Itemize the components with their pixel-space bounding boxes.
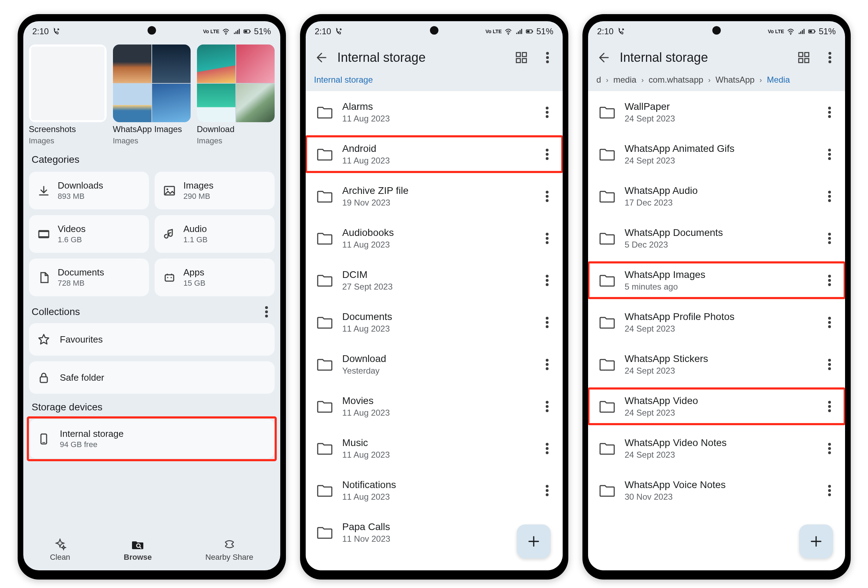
folder-row[interactable]: WhatsApp Voice Notes 30 Nov 2023: [588, 469, 845, 511]
folder-row[interactable]: WhatsApp Video Notes 24 Sept 2023: [588, 427, 845, 469]
folder-row[interactable]: WhatsApp Video 24 Sept 2023: [588, 385, 845, 427]
folder-date: 24 Sept 2023: [625, 324, 813, 334]
category-audio[interactable]: Audio1.1 GB: [155, 215, 275, 253]
folder-more-button[interactable]: [822, 231, 837, 245]
folder-row[interactable]: Notifications 11 Aug 2023: [306, 469, 562, 511]
folder-more-button[interactable]: [540, 105, 554, 120]
more-icon: [546, 489, 549, 492]
folder-row[interactable]: Music 11 Aug 2023: [306, 427, 562, 469]
recent-folder-whatsapp-images[interactable]: WhatsApp Images Images: [113, 44, 190, 145]
breadcrumb-item[interactable]: Internal storage: [314, 75, 373, 85]
category-size: 15 GB: [183, 279, 205, 288]
folder-list[interactable]: WallPaper 24 Sept 2023 WhatsApp Animated…: [588, 91, 845, 570]
collections-more-icon[interactable]: [261, 307, 272, 317]
category-images[interactable]: Images290 MB: [155, 171, 275, 210]
folder-row[interactable]: WhatsApp Documents 5 Dec 2023: [588, 217, 845, 259]
folder-more-button[interactable]: [822, 273, 837, 288]
nav-nearby-share[interactable]: Nearby Share: [205, 538, 254, 562]
breadcrumb[interactable]: d›media›com.whatsapp›WhatsApp›Media: [588, 74, 845, 91]
folder-date: 24 Sept 2023: [625, 450, 813, 460]
fab-add-button[interactable]: [517, 524, 551, 558]
folder-more-button[interactable]: [540, 483, 554, 498]
folder-row[interactable]: Download Yesterday: [306, 343, 562, 385]
folder-list[interactable]: Alarms 11 Aug 2023 Android 11 Aug 2023 A…: [306, 91, 562, 570]
folder-date: 24 Sept 2023: [625, 114, 813, 124]
nav-clean[interactable]: Clean: [50, 538, 70, 562]
folder-name: Music: [342, 437, 530, 449]
category-downloads[interactable]: Downloads893 MB: [29, 171, 149, 210]
folder-more-button[interactable]: [822, 483, 837, 498]
category-videos[interactable]: Videos1.6 GB: [29, 215, 149, 253]
recent-folder-screenshots[interactable]: Screenshots Images: [29, 44, 106, 145]
folder-icon: [599, 399, 615, 414]
folder-row[interactable]: WhatsApp Audio 17 Dec 2023: [588, 175, 845, 217]
category-documents[interactable]: Documents728 MB: [29, 259, 149, 296]
folder-name: Archive ZIP file: [342, 185, 530, 196]
folder-more-button[interactable]: [822, 189, 837, 204]
folder-more-button[interactable]: [822, 147, 837, 161]
grid-icon: [797, 51, 810, 64]
folder-more-button[interactable]: [822, 442, 837, 455]
folder-more-button[interactable]: [540, 231, 554, 245]
folder-more-button[interactable]: [540, 147, 554, 161]
folder-more-button[interactable]: [540, 189, 554, 204]
folder-row[interactable]: WhatsApp Profile Photos 24 Sept 2023: [588, 301, 845, 343]
folder-date: 19 Nov 2023: [342, 198, 530, 208]
call-indicator-icon: [335, 28, 343, 35]
folder-more-button[interactable]: [540, 315, 554, 329]
folder-more-button[interactable]: [540, 358, 554, 372]
folder-icon: [317, 357, 332, 372]
storage-internal[interactable]: Internal storage 94 GB free: [29, 419, 275, 458]
folder-date: 24 Sept 2023: [625, 156, 813, 165]
category-apps[interactable]: Apps15 GB: [155, 259, 275, 296]
status-time: 2:10: [32, 27, 49, 36]
folder-more-button[interactable]: [822, 399, 837, 414]
folder-row[interactable]: Movies 11 Aug 2023: [306, 385, 562, 427]
folder-row[interactable]: Audiobooks 11 Aug 2023: [306, 217, 562, 259]
grid-icon: [515, 51, 528, 64]
more-button[interactable]: [538, 48, 557, 67]
folder-date: 5 Dec 2023: [625, 240, 813, 250]
breadcrumb-item[interactable]: WhatsApp: [716, 75, 755, 85]
folder-row[interactable]: Alarms 11 Aug 2023: [306, 91, 562, 133]
fab-add-button[interactable]: [799, 524, 833, 558]
folder-more-button[interactable]: [540, 442, 554, 455]
back-button[interactable]: [311, 48, 331, 67]
folder-row[interactable]: WallPaper 24 Sept 2023: [588, 91, 845, 133]
folder-row[interactable]: Android 11 Aug 2023: [306, 133, 562, 175]
folder-more-button[interactable]: [822, 358, 837, 372]
back-button[interactable]: [594, 48, 613, 67]
breadcrumb-item[interactable]: com.whatsapp: [649, 75, 704, 85]
breadcrumb[interactable]: Internal storage: [306, 74, 562, 91]
thumb-label: Screenshots: [29, 124, 106, 134]
call-indicator-icon: [618, 28, 626, 35]
collection-safe-folder[interactable]: Safe folder: [29, 361, 275, 394]
more-icon: [828, 363, 831, 366]
folder-row[interactable]: Archive ZIP file 19 Nov 2023: [306, 175, 562, 217]
app-header: Internal storage: [306, 42, 562, 74]
nav-label: Clean: [50, 553, 70, 562]
more-button[interactable]: [820, 48, 839, 67]
page-title: Internal storage: [338, 50, 505, 65]
recent-folder-download[interactable]: Download Images: [197, 44, 275, 145]
breadcrumb-item[interactable]: media: [614, 75, 636, 85]
breadcrumb-item[interactable]: Media: [767, 75, 790, 85]
folder-row[interactable]: DCIM 27 Sept 2023: [306, 259, 562, 301]
breadcrumb-item[interactable]: d: [596, 75, 601, 85]
folder-more-button[interactable]: [822, 105, 837, 120]
grid-view-button[interactable]: [512, 48, 531, 67]
folder-row[interactable]: WhatsApp Animated Gifs 24 Sept 2023: [588, 133, 845, 175]
collection-favourites[interactable]: Favourites: [29, 323, 275, 356]
folder-row[interactable]: WhatsApp Images 5 minutes ago: [588, 259, 845, 301]
folder-more-button[interactable]: [540, 399, 554, 414]
folder-row[interactable]: WhatsApp Stickers 24 Sept 2023: [588, 343, 845, 385]
folder-more-button[interactable]: [540, 273, 554, 288]
folder-row[interactable]: Documents 11 Aug 2023: [306, 301, 562, 343]
folder-date: 11 Aug 2023: [342, 114, 530, 124]
folder-icon: [317, 441, 332, 456]
grid-view-button[interactable]: [794, 48, 813, 67]
collection-name: Safe folder: [60, 372, 105, 383]
storage-heading: Storage devices: [32, 402, 272, 413]
folder-more-button[interactable]: [822, 315, 837, 329]
nav-browse[interactable]: Browse: [124, 538, 152, 562]
